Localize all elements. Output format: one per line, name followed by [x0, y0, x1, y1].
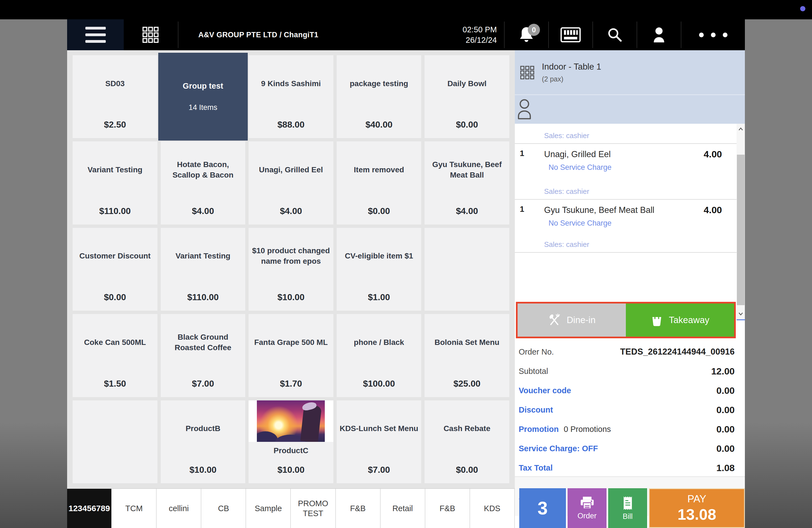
product-tile[interactable]: Cash Rebate $0.00 [424, 400, 509, 483]
item-note-link[interactable]: No Service Charge [515, 219, 737, 228]
item-name: Unagi, Grilled Eel [537, 149, 704, 160]
pax-count-button[interactable]: 3 [519, 488, 566, 528]
takeaway-button[interactable]: Takeaway [626, 304, 734, 337]
notifications-button[interactable]: 0 [505, 19, 548, 50]
pax-label: (2 pax) [542, 75, 601, 83]
product-tile[interactable]: Unagi, Grilled Eel $4.00 [249, 142, 333, 224]
summary-value: 0.00 [716, 385, 735, 396]
more-menu-button[interactable] [681, 19, 745, 50]
summary-label[interactable]: Service Charge: OFF [519, 444, 598, 453]
product-tile[interactable]: Gyu Tsukune, Beef Meat Ball $4.00 [424, 142, 509, 224]
product-tile[interactable]: Group test14 Items [158, 53, 248, 141]
table-header[interactable]: Indoor - Table 1 (2 pax) [515, 50, 745, 94]
sales-label: Sales: cashier [515, 240, 737, 249]
product-tile[interactable]: CV-eligible item $1 $1.00 [337, 228, 421, 311]
category-tab[interactable]: F&B [425, 489, 470, 528]
apps-grid-button[interactable] [130, 19, 171, 50]
product-tile[interactable]: ProductC $10.00 [249, 400, 333, 483]
keyboard-icon [561, 27, 581, 43]
order-item-list: Sales: cashier 1Unagi, Grilled Eel4.00 N… [515, 124, 737, 282]
search-button[interactable] [593, 19, 637, 50]
product-tile[interactable]: Black Ground Roasted Coffee $7.00 [161, 314, 246, 397]
pos-app: A&V GROUP PTE LTD / ChangiT1 02:50 PM 26… [67, 19, 745, 528]
summary-label[interactable]: Subtotal [519, 367, 548, 376]
category-tab[interactable]: CB [201, 489, 246, 528]
product-tile[interactable]: Variant Testing $110.00 [161, 228, 246, 311]
date-label: 26/12/24 [463, 35, 497, 45]
product-tile[interactable]: package testing $40.00 [337, 55, 421, 138]
category-tab[interactable]: TCM [112, 489, 157, 528]
product-name: Fanta Grape 500 ML [254, 337, 328, 348]
product-tile[interactable]: ProductB $10.00 [161, 400, 246, 483]
list-divider [515, 252, 737, 253]
product-price: $1.00 [337, 292, 421, 303]
product-tile[interactable]: Fanta Grape 500 ML $1.70 [249, 314, 333, 397]
category-tab[interactable]: PROMO TEST [291, 489, 336, 528]
summary-label[interactable]: Voucher code [519, 386, 571, 395]
product-tile[interactable]: $10 product changed name from epos $10.0… [249, 228, 333, 311]
product-tile[interactable]: Coke Can 500ML $1.50 [73, 314, 157, 397]
summary-value: 0.00 [716, 405, 735, 415]
keyboard-button[interactable] [549, 19, 592, 50]
product-tile[interactable]: phone / Black $100.00 [337, 314, 421, 397]
product-price: $4.00 [161, 206, 246, 216]
product-name: ProductB [186, 423, 220, 434]
status-dot-icon [800, 6, 806, 11]
item-price: 4.00 [704, 149, 722, 160]
product-tile[interactable]: Customer Discount $0.00 [73, 228, 157, 311]
product-tile[interactable]: Item removed $0.00 [337, 142, 421, 224]
product-name: ProductC [273, 445, 308, 456]
product-tile[interactable]: Hotate Bacon, Scallop & Bacon $4.00 [161, 142, 246, 224]
category-tab[interactable]: Retail [381, 489, 425, 528]
summary-label[interactable]: Tax Total [519, 464, 553, 472]
summary-label[interactable]: Discount [519, 406, 553, 414]
divider [178, 21, 178, 48]
category-tab[interactable]: F&B [336, 489, 381, 528]
product-price: $1.70 [249, 379, 333, 389]
customer-row[interactable] [515, 94, 745, 124]
product-tile[interactable]: 9 Kinds Sashimi $88.00 [249, 55, 333, 138]
order-print-button[interactable]: Order [568, 488, 607, 528]
order-label: Order [578, 512, 597, 520]
product-grid: SD03 $2.50 Group test14 Items 9 Kinds Sa… [67, 50, 515, 488]
product-tile[interactable]: KDS-Lunch Set Menu $7.00 [337, 400, 421, 483]
product-tile[interactable]: Daily Bowl $0.00 [424, 55, 509, 138]
category-tab[interactable]: 123456789 [67, 489, 112, 528]
category-tab[interactable]: Sample [246, 489, 291, 528]
category-tab[interactable]: cellini [157, 489, 201, 528]
order-list-scrollbar[interactable] [737, 124, 745, 320]
product-name: Customer Discount [79, 251, 150, 261]
scroll-up-button[interactable] [737, 124, 745, 135]
pay-button[interactable]: PAY 13.08 [649, 488, 745, 528]
item-note-link[interactable]: No Service Charge [515, 163, 737, 172]
clock: 02:50 PM 26/12/24 [463, 24, 497, 45]
search-icon [607, 27, 623, 43]
order-item-row[interactable]: 1Unagi, Grilled Eel4.00 [515, 149, 737, 160]
product-name: package testing [350, 78, 408, 89]
utensils-icon [548, 314, 561, 326]
scrollbar-thumb[interactable] [737, 155, 744, 305]
product-tile[interactable]: Variant Testing $110.00 [73, 142, 157, 224]
dine-in-button[interactable]: Dine-in [518, 304, 626, 337]
product-price: $10.00 [161, 465, 246, 475]
product-name: KDS-Lunch Set Menu [340, 423, 418, 434]
user-button[interactable] [637, 19, 681, 50]
dine-in-label: Dine-in [567, 315, 596, 325]
category-tab[interactable]: KDS [470, 489, 515, 528]
summary-value: 12.00 [711, 366, 735, 377]
summary-value: 1.08 [716, 463, 735, 473]
time-label: 02:50 PM [463, 24, 497, 35]
scroll-down-button[interactable] [737, 308, 745, 320]
more-dots-icon [699, 33, 727, 37]
bill-button[interactable]: Bill [608, 488, 647, 528]
order-item-row[interactable]: 1Gyu Tsukune, Beef Meat Ball4.00 [515, 205, 737, 216]
product-price: $0.00 [73, 292, 157, 303]
product-tile[interactable]: Bolonia Set Menu $25.00 [424, 314, 509, 397]
summary-label[interactable]: Promotion [519, 425, 559, 434]
product-tile[interactable]: SD03 $2.50 [73, 55, 157, 138]
chevron-up-icon [737, 126, 744, 133]
apps-grid-icon [142, 26, 159, 43]
summary-label[interactable]: Order No. [519, 348, 554, 356]
menu-button[interactable] [67, 19, 124, 50]
sales-label: Sales: cashier [515, 187, 737, 196]
